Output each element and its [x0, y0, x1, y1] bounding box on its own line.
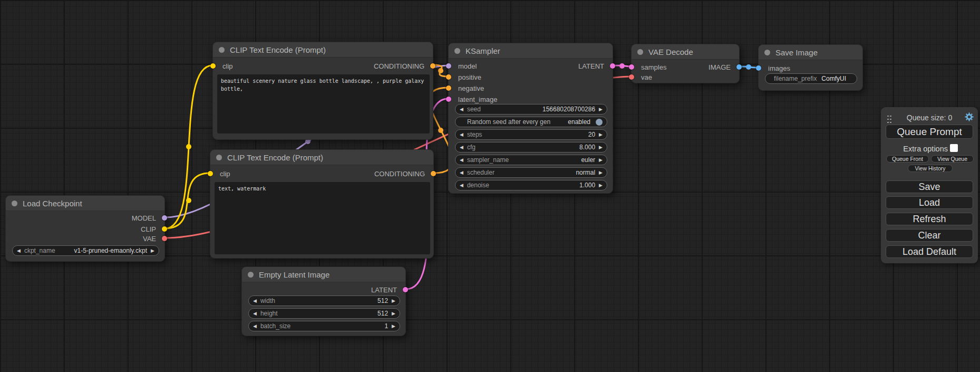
link-midpoint-dot [438, 128, 443, 133]
increment-arrow-icon[interactable]: ▶ [599, 158, 603, 163]
decrement-arrow-icon[interactable]: ◀ [253, 311, 257, 316]
save-button[interactable]: Save [886, 180, 973, 193]
decrement-arrow-icon[interactable]: ◀ [253, 324, 257, 329]
width-widget[interactable]: ◀ width 512 ▶ [248, 295, 400, 306]
samples-input-label: samples [641, 63, 666, 71]
settings-gear-icon[interactable] [965, 112, 974, 121]
latent-output-label: LATENT [371, 286, 397, 294]
clip-input-port[interactable] [210, 63, 216, 69]
latent-output-port[interactable] [610, 63, 615, 69]
collapse-dot-icon[interactable] [637, 49, 643, 55]
clip-output-port[interactable] [162, 226, 167, 232]
node-graph-canvas[interactable]: Load Checkpoint MODEL CLIP VAE ◀ ckpt_na… [0, 0, 980, 372]
queue-front-button[interactable]: Queue Front [886, 155, 929, 163]
decrement-arrow-icon[interactable]: ◀ [460, 132, 463, 137]
decrement-arrow-icon[interactable]: ◀ [460, 107, 463, 112]
cfg-widget[interactable]: ◀ cfg 8.000 ▶ [455, 142, 607, 152]
prompt-textarea[interactable]: text, watermark [215, 182, 430, 254]
view-history-button[interactable]: View History [908, 165, 953, 172]
increment-arrow-icon[interactable]: ▶ [599, 183, 603, 188]
model-output-port[interactable] [162, 215, 167, 221]
node-title-bar[interactable]: VAE Decode [632, 44, 739, 60]
clip-text-encode-negative-node[interactable]: CLIP Text Encode (Prompt) clip CONDITION… [210, 149, 434, 259]
collapse-dot-icon[interactable] [219, 47, 225, 53]
node-title: CLIP Text Encode (Prompt) [230, 45, 326, 54]
view-queue-button[interactable]: View Queue [931, 155, 974, 163]
widget-value: euler [581, 156, 595, 164]
widget-label: sampler_name [467, 156, 509, 164]
empty-latent-image-node[interactable]: Empty Latent Image LATENT ◀ width 512 ▶ … [241, 266, 406, 336]
images-input-port[interactable] [756, 65, 761, 71]
node-title-bar[interactable]: Load Checkpoint [6, 196, 164, 211]
toggle-knob-icon[interactable] [596, 119, 603, 126]
node-title-bar[interactable]: CLIP Text Encode (Prompt) [213, 42, 433, 58]
latent-image-input-port[interactable] [446, 97, 451, 102]
widget-label: seed [467, 106, 481, 113]
widget-value: normal [576, 169, 595, 176]
refresh-button[interactable]: Refresh [886, 213, 973, 225]
load-checkpoint-node[interactable]: Load Checkpoint MODEL CLIP VAE ◀ ckpt_na… [5, 195, 165, 262]
vae-output-port[interactable] [162, 236, 167, 241]
ksampler-node[interactable]: KSampler model positive negative latent_… [448, 43, 613, 194]
positive-input-port[interactable] [446, 74, 451, 80]
model-input-port[interactable] [446, 63, 451, 69]
decrement-arrow-icon[interactable]: ◀ [460, 170, 463, 175]
collapse-dot-icon[interactable] [248, 272, 254, 278]
vae-decode-node[interactable]: VAE Decode samples vae IMAGE [631, 44, 740, 83]
collapse-dot-icon[interactable] [454, 48, 460, 54]
increment-arrow-icon[interactable]: ▶ [599, 145, 603, 150]
image-output-port[interactable] [736, 64, 742, 70]
samples-input-port[interactable] [629, 64, 634, 70]
filename-prefix-widget[interactable]: filename_prefix ComfyUI [765, 73, 857, 84]
clip-output-label: CLIP [141, 225, 156, 233]
batch-size-widget[interactable]: ◀ batch_size 1 ▶ [248, 321, 400, 331]
increment-arrow-icon[interactable]: ▶ [392, 311, 395, 316]
widget-label: filename_prefix [774, 75, 817, 82]
latent-output-port[interactable] [403, 287, 408, 292]
sampler-name-widget[interactable]: ◀ sampler_name euler ▶ [455, 155, 607, 165]
save-image-node[interactable]: Save Image images filename_prefix ComfyU… [758, 44, 863, 91]
load-default-button[interactable]: Load Default [886, 245, 973, 258]
increment-arrow-icon[interactable]: ▶ [599, 170, 603, 175]
scheduler-widget[interactable]: ◀ scheduler normal ▶ [455, 167, 607, 178]
decrement-arrow-icon[interactable]: ◀ [460, 183, 463, 188]
collapse-dot-icon[interactable] [216, 155, 222, 160]
collapse-dot-icon[interactable] [12, 201, 17, 206]
vae-input-port[interactable] [629, 74, 634, 80]
decrement-arrow-icon[interactable]: ◀ [460, 158, 463, 163]
increment-arrow-icon[interactable]: ▶ [392, 324, 395, 329]
steps-widget[interactable]: ◀ steps 20 ▶ [455, 129, 607, 140]
increment-arrow-icon[interactable]: ▶ [151, 249, 154, 253]
node-title-bar[interactable]: CLIP Text Encode (Prompt) [210, 150, 433, 165]
increment-arrow-icon[interactable]: ▶ [392, 299, 395, 303]
random-seed-widget[interactable]: Random seed after every gen enabled [455, 117, 607, 127]
node-title-bar[interactable]: Save Image [759, 45, 862, 60]
latent-output-label: LATENT [578, 62, 604, 70]
conditioning-output-port[interactable] [430, 63, 435, 69]
increment-arrow-icon[interactable]: ▶ [599, 107, 603, 112]
clip-text-encode-positive-node[interactable]: CLIP Text Encode (Prompt) clip CONDITION… [212, 42, 433, 140]
node-title-bar[interactable]: Empty Latent Image [242, 267, 405, 282]
node-title: Save Image [775, 48, 818, 57]
prompt-textarea[interactable]: beautiful scenery nature glass bottle la… [217, 74, 430, 133]
conditioning-output-port[interactable] [431, 171, 436, 176]
decrement-arrow-icon[interactable]: ◀ [253, 299, 257, 303]
negative-input-port[interactable] [446, 85, 451, 91]
decrement-arrow-icon[interactable]: ◀ [17, 249, 21, 253]
denoise-widget[interactable]: ◀ denoise 1.000 ▶ [455, 180, 607, 190]
widget-label: scheduler [467, 169, 494, 176]
seed-widget[interactable]: ◀ seed 156680208700286 ▶ [455, 104, 607, 115]
decrement-arrow-icon[interactable]: ◀ [460, 145, 463, 150]
clear-button[interactable]: Clear [886, 229, 973, 242]
extra-options-checkbox[interactable] [950, 144, 958, 152]
increment-arrow-icon[interactable]: ▶ [599, 132, 603, 137]
load-button[interactable]: Load [886, 196, 973, 209]
widget-value: 20 [588, 131, 595, 138]
collapse-dot-icon[interactable] [764, 50, 770, 55]
positive-input-label: positive [458, 73, 481, 81]
height-widget[interactable]: ◀ height 512 ▶ [248, 308, 400, 319]
ckpt-name-widget[interactable]: ◀ ckpt_name v1-5-pruned-emaonly.ckpt ▶ [12, 245, 159, 256]
queue-prompt-button[interactable]: Queue Prompt [886, 125, 973, 139]
node-title-bar[interactable]: KSampler [449, 43, 613, 59]
clip-input-port[interactable] [208, 171, 213, 176]
